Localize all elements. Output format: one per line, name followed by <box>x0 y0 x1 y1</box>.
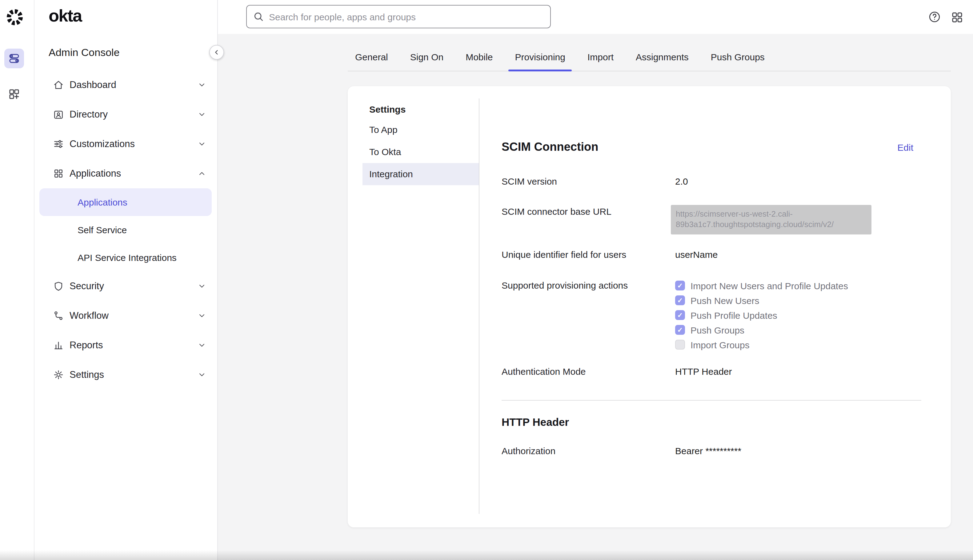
shield-icon <box>53 281 64 292</box>
checkbox-import-groups[interactable] <box>675 340 685 350</box>
app-tabs: General Sign On Mobile Provisioning Impo… <box>217 34 973 72</box>
sidebar-item-reports[interactable]: Reports <box>34 330 217 360</box>
chevron-down-icon <box>198 282 206 290</box>
sidebar-child-label: Self Service <box>78 225 127 235</box>
checkbox-label: Push Groups <box>690 325 745 335</box>
sidebar-item-label: Settings <box>70 369 198 380</box>
admin-console-switcher-button[interactable] <box>4 48 24 68</box>
sidebar-item-label: Applications <box>70 168 198 179</box>
chevron-up-icon <box>198 169 206 178</box>
section-divider <box>501 400 921 401</box>
base-url-redacted-box: https://scimserver-us-west-2.cali- 89b3a… <box>671 205 871 235</box>
sidebar-item-security[interactable]: Security <box>34 272 217 301</box>
add-apps-button[interactable] <box>4 84 24 104</box>
sidebar-child-label: API Service Integrations <box>78 252 177 263</box>
base-url-line1: https://scimserver-us-west-2.cali- <box>676 208 866 219</box>
field-label: SCIM connector base URL <box>501 205 675 217</box>
scim-connection-section: SCIM Connection Edit SCIM version 2.0 SC… <box>501 86 921 527</box>
checkbox-push-new-users[interactable] <box>675 295 685 305</box>
sidebar-item-dashboard[interactable]: Dashboard <box>34 70 217 100</box>
field-label: Authorization <box>501 445 675 456</box>
sidebar-item-label: Security <box>70 281 198 292</box>
sidebar-child-api-service-integrations[interactable]: API Service Integrations <box>39 244 212 272</box>
subnav-header: Settings <box>369 98 406 121</box>
action-row: Import Groups <box>675 337 848 352</box>
tab-mobile[interactable]: Mobile <box>459 34 500 72</box>
sidebar-nav: Dashboard Directory Customizations <box>34 70 217 390</box>
subnav-item-to-app[interactable]: To App <box>363 119 479 141</box>
okta-spinner-logo <box>7 9 23 25</box>
scim-version-row: SCIM version 2.0 <box>501 176 921 187</box>
bar-chart-icon <box>53 340 64 351</box>
question-circle-icon <box>928 10 941 23</box>
okta-wordmark: okta <box>48 6 82 26</box>
field-label: Unique identifier field for users <box>501 249 675 260</box>
tab-general[interactable]: General <box>348 34 395 72</box>
subnav-divider <box>479 98 480 514</box>
subnav-item-label: Integration <box>369 168 413 179</box>
gear-icon <box>53 369 64 380</box>
tab-label: Sign On <box>410 52 443 62</box>
chevron-down-icon <box>198 81 206 89</box>
tab-sign-on[interactable]: Sign On <box>403 34 450 72</box>
checkbox-push-profile-updates[interactable] <box>675 310 685 320</box>
subnav-item-label: To Okta <box>369 147 401 157</box>
sidebar-item-label: Directory <box>70 109 198 120</box>
checkbox-label: Push New Users <box>690 295 759 305</box>
edit-button[interactable]: Edit <box>897 142 913 153</box>
auth-mode-row: Authentication Mode HTTP Header <box>501 366 921 377</box>
home-icon <box>53 79 64 90</box>
sidebar-child-applications[interactable]: Applications <box>39 188 212 216</box>
tab-label: Push Groups <box>711 52 765 62</box>
chevron-down-icon <box>198 341 206 350</box>
checkbox-import-new-users[interactable] <box>675 281 685 290</box>
sidebar-item-label: Dashboard <box>70 79 198 90</box>
admin-console-title: Admin Console <box>48 47 120 59</box>
checkbox-push-groups[interactable] <box>675 325 685 335</box>
search-icon <box>253 11 264 22</box>
tab-assignments[interactable]: Assignments <box>629 34 695 72</box>
topbar <box>217 0 973 34</box>
sidebar: okta Admin Console Dashboard Directory <box>34 0 218 560</box>
checkbox-label: Import New Users and Profile Updates <box>690 280 848 291</box>
chevron-down-icon <box>198 370 206 379</box>
search-input[interactable] <box>246 5 551 28</box>
auth-mode-value: HTTP Header <box>675 366 732 377</box>
sidebar-item-workflow[interactable]: Workflow <box>34 301 217 330</box>
action-row: Import New Users and Profile Updates <box>675 278 848 293</box>
console-toggles-icon <box>8 52 20 65</box>
tab-label: Mobile <box>466 52 493 62</box>
tab-label: Provisioning <box>515 52 565 62</box>
sidebar-child-self-service[interactable]: Self Service <box>39 216 212 244</box>
sidebar-collapse-button[interactable] <box>209 45 224 60</box>
sidebar-item-directory[interactable]: Directory <box>34 100 217 129</box>
sidebar-item-customizations[interactable]: Customizations <box>34 129 217 159</box>
section-title: SCIM Connection <box>501 140 598 154</box>
checkbox-label: Import Groups <box>690 339 750 350</box>
chevron-left-icon <box>213 48 220 56</box>
help-button[interactable] <box>928 10 941 23</box>
tab-push-groups[interactable]: Push Groups <box>704 34 771 72</box>
icon-rail <box>0 0 35 560</box>
sidebar-item-settings[interactable]: Settings <box>34 360 217 390</box>
authorization-value: Bearer ********** <box>675 445 741 456</box>
sliders-icon <box>53 138 64 150</box>
sidebar-item-label: Reports <box>70 340 198 351</box>
provisioning-actions-row: Supported provisioning actions Import Ne… <box>501 278 921 352</box>
sidebar-item-applications[interactable]: Applications <box>34 159 217 188</box>
action-row: Push Groups <box>675 322 848 337</box>
subnav-item-to-okta[interactable]: To Okta <box>363 141 479 163</box>
workflow-icon <box>53 310 64 321</box>
subnav-item-integration[interactable]: Integration <box>363 163 479 185</box>
directory-icon <box>53 109 64 120</box>
add-apps-grid-icon <box>8 88 20 100</box>
tab-label: Assignments <box>636 52 689 62</box>
sidebar-item-label: Workflow <box>70 310 198 321</box>
tab-import[interactable]: Import <box>581 34 620 72</box>
apps-grid-button[interactable] <box>950 10 963 23</box>
chevron-down-icon <box>198 110 206 119</box>
subnav-item-label: To App <box>369 124 398 135</box>
action-row: Push Profile Updates <box>675 308 848 322</box>
http-header-title: HTTP Header <box>501 416 569 429</box>
tab-provisioning[interactable]: Provisioning <box>508 34 572 72</box>
